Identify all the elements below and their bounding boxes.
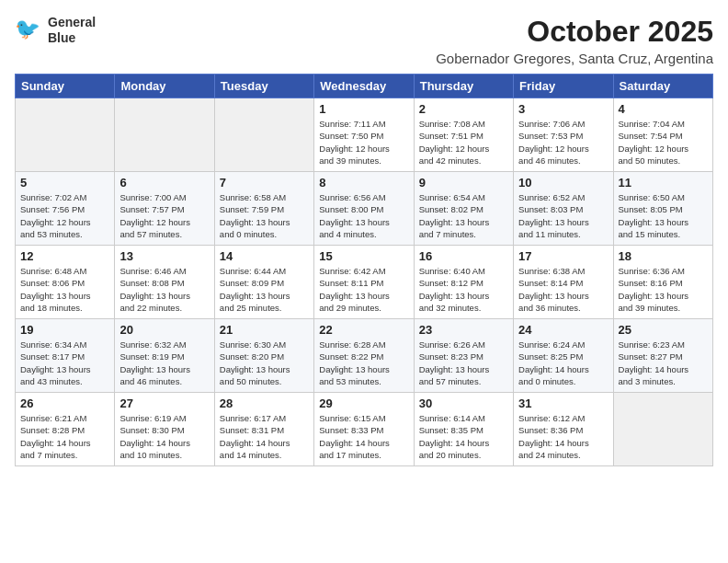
calendar-cell: 14Sunrise: 6:44 AM Sunset: 8:09 PM Dayli…	[214, 246, 313, 319]
day-number: 21	[220, 323, 309, 337]
calendar-cell: 25Sunrise: 6:23 AM Sunset: 8:27 PM Dayli…	[613, 319, 712, 393]
month-title: October 2025	[436, 15, 713, 49]
day-number: 11	[619, 176, 708, 190]
day-number: 12	[20, 249, 109, 263]
day-info: Sunrise: 6:28 AM Sunset: 8:22 PM Dayligh…	[319, 339, 408, 387]
day-number: 15	[319, 249, 408, 263]
day-number: 1	[319, 102, 408, 116]
logo-line2: Blue	[48, 30, 75, 45]
calendar-cell: 16Sunrise: 6:40 AM Sunset: 8:12 PM Dayli…	[414, 246, 513, 319]
day-info: Sunrise: 6:44 AM Sunset: 8:09 PM Dayligh…	[220, 265, 309, 314]
page-header: 🐦 General Blue October 2025 Gobernador G…	[15, 15, 713, 66]
calendar-cell: 29Sunrise: 6:15 AM Sunset: 8:33 PM Dayli…	[314, 393, 414, 466]
day-info: Sunrise: 6:23 AM Sunset: 8:27 PM Dayligh…	[619, 339, 708, 387]
day-number: 17	[518, 249, 608, 263]
day-number: 10	[518, 176, 608, 190]
day-number: 5	[20, 176, 109, 190]
calendar-cell: 19Sunrise: 6:34 AM Sunset: 8:17 PM Dayli…	[16, 319, 115, 393]
calendar-cell: 12Sunrise: 6:48 AM Sunset: 8:06 PM Dayli…	[16, 246, 115, 319]
calendar-header-row: SundayMondayTuesdayWednesdayThursdayFrid…	[16, 75, 713, 98]
day-info: Sunrise: 6:24 AM Sunset: 8:25 PM Dayligh…	[518, 339, 608, 387]
logo-icon: 🐦	[15, 16, 44, 45]
calendar-cell: 24Sunrise: 6:24 AM Sunset: 8:25 PM Dayli…	[514, 319, 613, 393]
calendar-cell: 15Sunrise: 6:42 AM Sunset: 8:11 PM Dayli…	[314, 246, 414, 319]
weekday-header: Wednesday	[314, 75, 414, 98]
calendar-cell: 4Sunrise: 7:04 AM Sunset: 7:54 PM Daylig…	[613, 98, 712, 172]
day-number: 16	[419, 249, 508, 263]
calendar-cell: 10Sunrise: 6:52 AM Sunset: 8:03 PM Dayli…	[514, 172, 613, 246]
day-info: Sunrise: 7:08 AM Sunset: 7:51 PM Dayligh…	[419, 118, 508, 167]
day-info: Sunrise: 6:32 AM Sunset: 8:19 PM Dayligh…	[119, 339, 209, 387]
calendar-week-row: 26Sunrise: 6:21 AM Sunset: 8:28 PM Dayli…	[16, 393, 713, 466]
calendar-week-row: 19Sunrise: 6:34 AM Sunset: 8:17 PM Dayli…	[16, 319, 713, 393]
calendar-cell: 23Sunrise: 6:26 AM Sunset: 8:23 PM Dayli…	[414, 319, 513, 393]
day-info: Sunrise: 7:00 AM Sunset: 7:57 PM Dayligh…	[119, 191, 209, 240]
calendar-cell: 30Sunrise: 6:14 AM Sunset: 8:35 PM Dayli…	[414, 393, 513, 466]
day-info: Sunrise: 6:50 AM Sunset: 8:05 PM Dayligh…	[619, 191, 708, 240]
day-info: Sunrise: 7:11 AM Sunset: 7:50 PM Dayligh…	[319, 118, 408, 167]
day-info: Sunrise: 6:40 AM Sunset: 8:12 PM Dayligh…	[419, 265, 508, 314]
calendar-cell	[214, 98, 313, 172]
location-subtitle: Gobernador Gregores, Santa Cruz, Argenti…	[436, 51, 713, 66]
calendar-cell	[16, 98, 115, 172]
day-number: 26	[20, 396, 109, 410]
calendar-cell: 11Sunrise: 6:50 AM Sunset: 8:05 PM Dayli…	[613, 172, 712, 246]
day-info: Sunrise: 6:34 AM Sunset: 8:17 PM Dayligh…	[20, 339, 109, 387]
day-number: 29	[319, 396, 408, 410]
calendar-cell: 20Sunrise: 6:32 AM Sunset: 8:19 PM Dayli…	[115, 319, 214, 393]
weekday-header: Tuesday	[214, 75, 313, 98]
calendar-cell	[115, 98, 214, 172]
calendar-cell: 8Sunrise: 6:56 AM Sunset: 8:00 PM Daylig…	[314, 172, 414, 246]
day-info: Sunrise: 7:02 AM Sunset: 7:56 PM Dayligh…	[20, 191, 109, 240]
day-info: Sunrise: 6:46 AM Sunset: 8:08 PM Dayligh…	[119, 265, 209, 314]
day-number: 13	[119, 249, 209, 263]
logo-line1: General	[48, 15, 96, 29]
day-info: Sunrise: 6:21 AM Sunset: 8:28 PM Dayligh…	[20, 412, 109, 461]
day-number: 9	[419, 176, 508, 190]
day-number: 7	[220, 176, 309, 190]
calendar-cell: 6Sunrise: 7:00 AM Sunset: 7:57 PM Daylig…	[115, 172, 214, 246]
day-number: 14	[220, 249, 309, 263]
day-info: Sunrise: 6:36 AM Sunset: 8:16 PM Dayligh…	[619, 265, 708, 314]
day-info: Sunrise: 6:26 AM Sunset: 8:23 PM Dayligh…	[419, 339, 508, 387]
calendar-cell: 9Sunrise: 6:54 AM Sunset: 8:02 PM Daylig…	[414, 172, 513, 246]
day-info: Sunrise: 7:06 AM Sunset: 7:53 PM Dayligh…	[518, 118, 608, 167]
day-info: Sunrise: 6:42 AM Sunset: 8:11 PM Dayligh…	[319, 265, 408, 314]
calendar-cell: 26Sunrise: 6:21 AM Sunset: 8:28 PM Dayli…	[16, 393, 115, 466]
day-number: 2	[419, 102, 508, 116]
day-number: 18	[619, 249, 708, 263]
day-info: Sunrise: 6:19 AM Sunset: 8:30 PM Dayligh…	[119, 412, 209, 461]
calendar-week-row: 12Sunrise: 6:48 AM Sunset: 8:06 PM Dayli…	[16, 246, 713, 319]
weekday-header: Friday	[514, 75, 613, 98]
calendar-cell: 2Sunrise: 7:08 AM Sunset: 7:51 PM Daylig…	[414, 98, 513, 172]
day-number: 3	[518, 102, 608, 116]
calendar-cell: 18Sunrise: 6:36 AM Sunset: 8:16 PM Dayli…	[613, 246, 712, 319]
logo: 🐦 General Blue	[15, 15, 96, 46]
calendar-cell: 17Sunrise: 6:38 AM Sunset: 8:14 PM Dayli…	[514, 246, 613, 319]
day-info: Sunrise: 6:12 AM Sunset: 8:36 PM Dayligh…	[518, 412, 608, 461]
day-number: 19	[20, 323, 109, 337]
calendar-week-row: 1Sunrise: 7:11 AM Sunset: 7:50 PM Daylig…	[16, 98, 713, 172]
day-number: 22	[319, 323, 408, 337]
day-number: 24	[518, 323, 608, 337]
day-info: Sunrise: 6:58 AM Sunset: 7:59 PM Dayligh…	[220, 191, 309, 240]
day-info: Sunrise: 6:54 AM Sunset: 8:02 PM Dayligh…	[419, 191, 508, 240]
weekday-header: Sunday	[16, 75, 115, 98]
weekday-header: Saturday	[613, 75, 712, 98]
svg-text:🐦: 🐦	[15, 17, 40, 41]
day-info: Sunrise: 6:30 AM Sunset: 8:20 PM Dayligh…	[220, 339, 309, 387]
calendar-cell	[613, 393, 712, 466]
calendar-week-row: 5Sunrise: 7:02 AM Sunset: 7:56 PM Daylig…	[16, 172, 713, 246]
calendar-cell: 13Sunrise: 6:46 AM Sunset: 8:08 PM Dayli…	[115, 246, 214, 319]
calendar-cell: 7Sunrise: 6:58 AM Sunset: 7:59 PM Daylig…	[214, 172, 313, 246]
day-number: 23	[419, 323, 508, 337]
calendar-cell: 31Sunrise: 6:12 AM Sunset: 8:36 PM Dayli…	[514, 393, 613, 466]
day-info: Sunrise: 6:15 AM Sunset: 8:33 PM Dayligh…	[319, 412, 408, 461]
calendar-cell: 28Sunrise: 6:17 AM Sunset: 8:31 PM Dayli…	[214, 393, 313, 466]
day-info: Sunrise: 6:38 AM Sunset: 8:14 PM Dayligh…	[518, 265, 608, 314]
day-info: Sunrise: 7:04 AM Sunset: 7:54 PM Dayligh…	[619, 118, 708, 167]
calendar-cell: 3Sunrise: 7:06 AM Sunset: 7:53 PM Daylig…	[514, 98, 613, 172]
day-info: Sunrise: 6:14 AM Sunset: 8:35 PM Dayligh…	[419, 412, 508, 461]
calendar-cell: 22Sunrise: 6:28 AM Sunset: 8:22 PM Dayli…	[314, 319, 414, 393]
calendar-cell: 1Sunrise: 7:11 AM Sunset: 7:50 PM Daylig…	[314, 98, 414, 172]
